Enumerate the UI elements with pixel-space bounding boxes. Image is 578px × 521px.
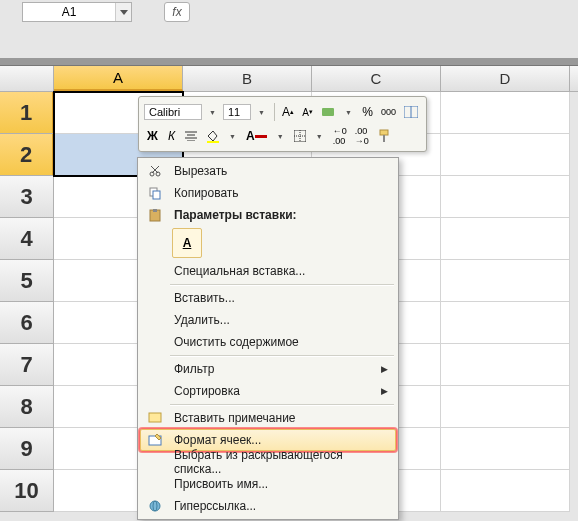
- copy-icon: [142, 186, 168, 200]
- svg-point-24: [150, 501, 160, 511]
- row-header-4[interactable]: 4: [0, 218, 54, 260]
- font-size-dropdown-icon[interactable]: ▼: [253, 102, 270, 122]
- pane-separator: [0, 58, 578, 66]
- format-cells-icon: [142, 433, 168, 447]
- menu-label: Вставить примечание: [168, 411, 388, 425]
- increase-decimal-button[interactable]: ←0.00: [330, 126, 350, 146]
- cell[interactable]: [441, 386, 570, 428]
- separator: [170, 284, 394, 285]
- insert-function-button[interactable]: fx: [164, 2, 190, 22]
- cell[interactable]: [441, 218, 570, 260]
- row-header-8[interactable]: 8: [0, 386, 54, 428]
- row-header-9[interactable]: 9: [0, 428, 54, 470]
- menu-label: Вставить...: [168, 291, 388, 305]
- bold-button[interactable]: Ж: [144, 126, 161, 146]
- paste-default-button[interactable]: А: [172, 228, 202, 258]
- scissors-icon: [142, 164, 168, 178]
- menu-label: Гиперссылка...: [168, 499, 388, 513]
- menu-filter[interactable]: Фильтр ▶: [140, 358, 396, 380]
- column-header-C[interactable]: C: [312, 66, 441, 91]
- menu-paste-special[interactable]: Специальная вставка...: [140, 260, 396, 282]
- column-headers: A B C D: [0, 66, 578, 92]
- menu-delete[interactable]: Удалить...: [140, 309, 396, 331]
- row-header-3[interactable]: 3: [0, 176, 54, 218]
- fill-color-button[interactable]: [202, 126, 222, 146]
- menu-label: Вырезать: [168, 164, 388, 178]
- menu-label: Копировать: [168, 186, 388, 200]
- grow-font-button[interactable]: A▴: [279, 102, 297, 122]
- borders-button[interactable]: [291, 126, 309, 146]
- italic-button[interactable]: К: [163, 126, 180, 146]
- comment-icon: [142, 411, 168, 425]
- menu-define-name[interactable]: Присвоить имя...: [140, 473, 396, 495]
- formula-bar-area: A1 fx: [0, 0, 578, 58]
- svg-rect-0: [322, 108, 334, 116]
- font-color-button[interactable]: A: [243, 126, 270, 146]
- fill-color-dropdown-icon[interactable]: ▼: [224, 126, 241, 146]
- menu-insert[interactable]: Вставить...: [140, 287, 396, 309]
- format-painter-button[interactable]: [374, 126, 394, 146]
- submenu-arrow-icon: ▶: [381, 386, 388, 396]
- hyperlink-icon: [142, 499, 168, 513]
- column-header-B[interactable]: B: [183, 66, 312, 91]
- merge-center-button[interactable]: [401, 102, 421, 122]
- menu-label: Параметры вставки:: [168, 208, 388, 222]
- menu-cut[interactable]: Вырезать: [140, 160, 396, 182]
- menu-label: Специальная вставка...: [168, 264, 388, 278]
- row-header-7[interactable]: 7: [0, 344, 54, 386]
- menu-label: Выбрать из раскрывающегося списка...: [168, 448, 388, 476]
- decrease-decimal-button[interactable]: .00→0: [352, 126, 372, 146]
- accounting-dropdown-icon[interactable]: ▼: [340, 102, 357, 122]
- borders-dropdown-icon[interactable]: ▼: [311, 126, 328, 146]
- cell[interactable]: [441, 302, 570, 344]
- row-header-6[interactable]: 6: [0, 302, 54, 344]
- menu-insert-comment[interactable]: Вставить примечание: [140, 407, 396, 429]
- font-color-dropdown-icon[interactable]: ▼: [272, 126, 289, 146]
- name-box[interactable]: A1: [22, 2, 132, 22]
- select-all-corner[interactable]: [0, 66, 54, 91]
- align-center-button[interactable]: [182, 126, 200, 146]
- menu-pick-from-list[interactable]: Выбрать из раскрывающегося списка...: [140, 451, 396, 473]
- menu-label: Присвоить имя...: [168, 477, 388, 491]
- menu-clear-contents[interactable]: Очистить содержимое: [140, 331, 396, 353]
- svg-rect-20: [150, 210, 160, 221]
- column-header-A[interactable]: A: [54, 66, 183, 91]
- accounting-format-button[interactable]: [318, 102, 338, 122]
- name-box-value: A1: [23, 5, 115, 19]
- menu-copy[interactable]: Копировать: [140, 182, 396, 204]
- menu-label: Фильтр: [168, 362, 381, 376]
- svg-rect-8: [255, 135, 267, 138]
- font-name-combo[interactable]: [144, 104, 202, 120]
- row-header-1[interactable]: 1: [0, 92, 54, 134]
- svg-rect-22: [149, 413, 161, 422]
- mini-toolbar: ▼ ▼ A▴ A▾ ▼ % 000 Ж К ▼ A▼ ▼ ←0.00 .00→0: [138, 96, 427, 152]
- cell[interactable]: [441, 428, 570, 470]
- cell[interactable]: [441, 260, 570, 302]
- name-box-dropdown-icon[interactable]: [115, 3, 131, 21]
- submenu-arrow-icon: ▶: [381, 364, 388, 374]
- menu-sort[interactable]: Сортировка ▶: [140, 380, 396, 402]
- percent-style-button[interactable]: %: [359, 102, 376, 122]
- cell[interactable]: [441, 344, 570, 386]
- cell-D2[interactable]: [441, 134, 570, 176]
- row-header-5[interactable]: 5: [0, 260, 54, 302]
- menu-label: Формат ячеек...: [168, 433, 388, 447]
- column-header-D[interactable]: D: [441, 66, 570, 91]
- font-size-combo[interactable]: [223, 104, 251, 120]
- row-header-2[interactable]: 2: [0, 134, 54, 176]
- shrink-font-button[interactable]: A▾: [299, 102, 316, 122]
- cell[interactable]: [441, 176, 570, 218]
- menu-label: Очистить содержимое: [168, 335, 388, 349]
- svg-rect-21: [153, 209, 157, 212]
- menu-label: Сортировка: [168, 384, 381, 398]
- separator: [170, 404, 394, 405]
- menu-hyperlink[interactable]: Гиперссылка...: [140, 495, 396, 517]
- cell-D1[interactable]: [441, 92, 570, 134]
- cell[interactable]: [441, 470, 570, 512]
- font-name-dropdown-icon[interactable]: ▼: [204, 102, 221, 122]
- row-header-10[interactable]: 10: [0, 470, 54, 512]
- paste-options-row: А: [140, 226, 396, 260]
- svg-rect-13: [383, 135, 385, 142]
- comma-style-button[interactable]: 000: [378, 102, 399, 122]
- menu-label: Удалить...: [168, 313, 388, 327]
